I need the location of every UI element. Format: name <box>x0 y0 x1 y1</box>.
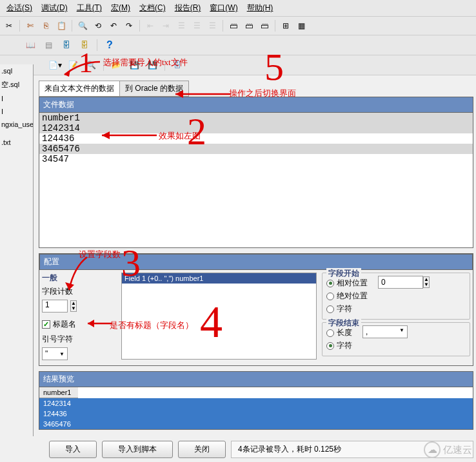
save-icon[interactable]: 💾 <box>127 58 141 72</box>
menu-macro[interactable]: 宏(M) <box>107 1 134 15</box>
spinner-buttons[interactable]: ▲▼ <box>423 276 430 288</box>
spinner-buttons[interactable]: ▲▼ <box>70 300 77 312</box>
help-icon[interactable]: ? <box>103 38 117 52</box>
menu-debug[interactable]: 调试(D) <box>37 1 72 15</box>
import-script-button[interactable]: 导入到脚本 <box>102 441 173 458</box>
general-label: 一般 <box>42 273 116 284</box>
text-icon[interactable]: 📝 <box>66 58 80 72</box>
menu-report[interactable]: 报告(R) <box>171 1 205 15</box>
list-icon[interactable]: ☰ <box>175 19 188 32</box>
config-header: 配置 <box>39 254 473 270</box>
config-panel: 配置 一般 字段计数 1 ▲▼ ✓ 标题名 引号字符 <box>39 253 473 366</box>
disk-yellow-icon[interactable]: 🗄 <box>77 38 92 52</box>
list2-icon[interactable]: ☰ <box>190 19 203 32</box>
find-icon[interactable]: 🔍 <box>76 19 89 32</box>
search-icon[interactable]: 🔍 <box>84 58 98 72</box>
indent-left-icon[interactable]: ⇤ <box>144 19 157 32</box>
sub-toolbar: 📄▾ 📝 🔍 📂 💾 💾 🗄 <box>0 55 476 75</box>
copy-icon[interactable]: ⎘ <box>39 19 52 32</box>
field-list-item[interactable]: Field 1 (+0.. ",") number1 <box>122 273 316 284</box>
undo-icon[interactable]: ↶ <box>107 19 120 32</box>
radio-char-start-label: 字符 <box>337 303 352 314</box>
result-panel: 结果预览 number1 1242314 124436 3465476 <box>39 371 473 430</box>
menu-tools[interactable]: 工具(T) <box>73 1 106 15</box>
watermark-text: 亿速云 <box>443 444 472 456</box>
close-button[interactable]: 关闭 <box>178 441 226 458</box>
open-icon[interactable]: 📂 <box>109 58 123 72</box>
db-icon[interactable]: 🗃 <box>227 19 240 32</box>
tab-to-oracle[interactable]: 到 Oracle 的数据 <box>119 81 189 97</box>
data-line: 124436 <box>39 133 473 144</box>
import-button[interactable]: 导入 <box>49 441 97 458</box>
field-count-label: 字段计数 <box>42 286 73 297</box>
menu-help[interactable]: 帮助(H) <box>243 1 277 15</box>
data-line: 1242314 <box>39 123 473 133</box>
window-icon[interactable]: ⊞ <box>279 19 292 32</box>
tree-item[interactable]: I <box>0 105 33 118</box>
menu-session[interactable]: 会话(S) <box>3 1 36 15</box>
disk-blue-icon[interactable]: 🗄 <box>59 38 74 52</box>
start-value-input[interactable]: 0 <box>378 276 423 289</box>
list3-icon[interactable]: ☰ <box>206 19 219 32</box>
radio-char-end-label: 字符 <box>337 340 352 351</box>
data-line: 3465476 <box>39 144 473 154</box>
title-checkbox-label: 标题名 <box>53 319 76 330</box>
indent-right-icon[interactable]: ⇥ <box>159 19 172 32</box>
tab-row: 来自文本文件的数据 到 Oracle 的数据 <box>39 81 473 97</box>
replace-icon[interactable]: ⟲ <box>92 19 104 32</box>
radio-char-end[interactable] <box>326 342 334 350</box>
watermark: ☁ 亿速云 <box>424 441 472 458</box>
field-list-box[interactable]: Field 1 (+0.. ",") number1 <box>121 273 317 360</box>
field-count-input[interactable]: 1 <box>42 300 68 313</box>
radio-relative[interactable] <box>326 280 334 287</box>
quote-char-combo[interactable]: "▼ <box>42 347 68 360</box>
end-value-combo[interactable]: ,▼ <box>362 325 408 338</box>
main-toolbar: ✂ ✄ ⎘ 📋 🔍 ⟲ ↶ ↷ ⇤ ⇥ ☰ ☰ ☰ 🗃 🗃 🗃 ⊞ ▦ <box>0 17 476 35</box>
menu-doc[interactable]: 文档(C) <box>135 1 170 15</box>
sql-icon[interactable]: ▤ <box>41 38 55 52</box>
save-as-icon[interactable]: 💾 <box>145 58 159 72</box>
tree-item[interactable]: ngxia_user( <box>0 118 33 131</box>
grid-icon[interactable]: ▦ <box>295 19 308 32</box>
tree-item[interactable]: 空.sql <box>0 77 33 92</box>
db3-icon[interactable]: 🗃 <box>258 19 271 32</box>
radio-relative-label: 相对位置 <box>337 278 368 289</box>
db2-icon[interactable]: 🗃 <box>243 19 255 32</box>
result-row[interactable]: 1242314 <box>39 398 473 409</box>
menu-window[interactable]: 窗口(W) <box>206 1 241 15</box>
tab-from-text[interactable]: 来自文本文件的数据 <box>39 81 120 97</box>
radio-char-start[interactable] <box>326 305 334 313</box>
tree-item[interactable]: .sql <box>0 64 33 77</box>
cloud-icon: ☁ <box>424 441 441 458</box>
redo-icon[interactable]: ↷ <box>123 19 135 32</box>
scissors-icon[interactable]: ✄ <box>24 19 37 32</box>
cut-icon[interactable]: ✂ <box>3 19 15 32</box>
result-col-header: number1 <box>39 387 78 398</box>
radio-length[interactable] <box>326 329 334 337</box>
paste-icon[interactable]: 📋 <box>55 19 68 32</box>
result-header: 结果预览 <box>39 371 473 387</box>
tree-item[interactable]: .txt <box>0 136 33 149</box>
secondary-toolbar: 📖 ▤ 🗄 🗄 ? <box>0 35 476 55</box>
tree-item[interactable]: I <box>0 92 33 105</box>
data-line: 34547 <box>39 154 473 164</box>
main-content: 来自文本文件的数据 到 Oracle 的数据 文件数据 number1 1242… <box>39 81 473 434</box>
doc-icon[interactable]: 📄▾ <box>48 58 62 72</box>
result-row[interactable]: 3465476 <box>39 419 473 429</box>
radio-length-label: 长度 <box>337 327 352 338</box>
data-line: number1 <box>39 113 473 123</box>
file-data-content[interactable]: number1 1242314 124436 3465476 34547 <box>39 113 473 248</box>
book-icon[interactable]: 📖 <box>23 38 37 52</box>
field-end-title: 字段结束 <box>326 318 361 329</box>
result-table[interactable]: number1 1242314 124436 3465476 <box>39 387 473 430</box>
field-end-group: 字段结束 长度 字符 ,▼ <box>322 322 470 356</box>
tree-item[interactable] <box>0 131 33 136</box>
radio-absolute[interactable] <box>326 293 334 300</box>
file-data-header: 文件数据 <box>39 97 473 113</box>
field-start-group: 字段开始 相对位置 绝对位置 字符 0 ▲▼ <box>322 273 470 320</box>
field-start-title: 字段开始 <box>326 268 361 279</box>
title-checkbox[interactable]: ✓ <box>42 320 50 329</box>
result-row[interactable]: 124436 <box>39 409 473 419</box>
db-small-icon[interactable]: 🗄 <box>170 58 184 72</box>
menu-bar: 会话(S) 调试(D) 工具(T) 宏(M) 文档(C) 报告(R) 窗口(W)… <box>0 0 476 17</box>
